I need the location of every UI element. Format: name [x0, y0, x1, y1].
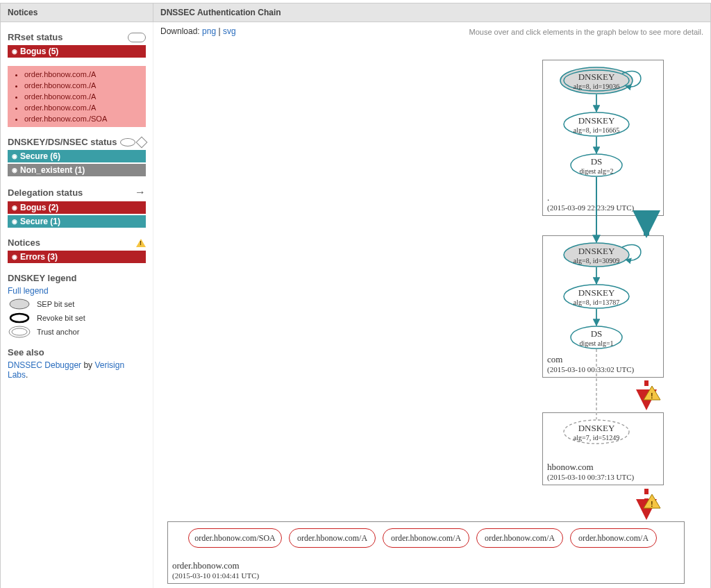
expand-icon: ◉ [12, 153, 17, 160]
full-legend-link[interactable]: Full legend [8, 286, 49, 296]
download-svg-link[interactable]: svg [223, 26, 236, 36]
seealso-title: See also [8, 347, 146, 358]
expand-icon: ◉ [12, 204, 17, 211]
sidebar: RRset status ◉ Bogus (5) order.hbonow.co… [1, 22, 153, 588]
rrset-item[interactable]: order.hbonow.com./A [24, 69, 139, 80]
rrset-shape-icon [128, 33, 146, 42]
dnskey-status-title: DNSKEY/DS/NSEC status [8, 137, 146, 147]
dnskey-nonexistent-bar[interactable]: ◉ Non_existent (1) [8, 164, 146, 176]
expand-icon: ◉ [12, 218, 17, 225]
seealso-line: DNSSEC Debugger by Verisign Labs. [8, 360, 146, 380]
graph-edges: ! ! [160, 39, 709, 587]
arrow-right-icon: → [135, 186, 146, 199]
page: Notices DNSSEC Authentication Chain RRse… [0, 3, 711, 588]
rrset-item[interactable]: order.hbonow.com./A [24, 91, 139, 102]
download-png-link[interactable]: png [202, 26, 216, 36]
diamond-icon [136, 136, 148, 148]
delegation-bogus-bar[interactable]: ◉ Bogus (2) [8, 201, 146, 214]
delegation-secure-bar[interactable]: ◉ Secure (1) [8, 215, 146, 228]
svg-point-0 [10, 299, 29, 309]
svg-text:!: ! [651, 500, 653, 508]
svg-text:!: ! [651, 392, 653, 400]
rrset-item[interactable]: order.hbonow.com./A [24, 80, 139, 91]
delegation-status-title: Delegation status → [8, 186, 146, 199]
svg-point-1 [10, 314, 28, 322]
legend-sep: SEP bit set [8, 299, 146, 310]
rrset-item[interactable]: order.hbonow.com./A [24, 102, 139, 113]
graph-hint: Mouse over and click elements in the gra… [160, 28, 703, 36]
expand-icon: ◉ [12, 167, 17, 174]
header-row: Notices DNSSEC Authentication Chain [1, 3, 710, 22]
main-panel: Download: png | svg Mouse over and click… [153, 22, 710, 588]
expand-icon: ◉ [12, 48, 17, 55]
expand-icon: ◉ [12, 253, 17, 260]
ellipse-icon [120, 138, 135, 146]
legend-title: DNSKEY legend [8, 273, 146, 283]
dnskey-secure-bar[interactable]: ◉ Secure (6) [8, 150, 146, 162]
rrset-item[interactable]: order.hbonow.com./SOA [24, 113, 139, 124]
graph[interactable]: . (2015-03-09 22:23:29 UTC) DNSKEY alg=8… [160, 39, 703, 587]
main-header: DNSSEC Authentication Chain [153, 3, 710, 22]
legend-revoke: Revoke bit set [8, 312, 146, 324]
rrset-bogus-bar[interactable]: ◉ Bogus (5) [8, 45, 146, 58]
dnssec-debugger-link[interactable]: DNSSEC Debugger [8, 360, 81, 370]
notices-title: Notices [8, 237, 146, 248]
notices-errors-bar[interactable]: ◉ Errors (3) [8, 251, 146, 263]
legend-trust: Trust anchor [8, 326, 146, 337]
svg-point-3 [12, 328, 27, 335]
rrset-status-title: RRset status [8, 32, 146, 42]
sidebar-header: Notices [1, 3, 153, 22]
warning-icon [136, 239, 146, 247]
rrset-bogus-items: order.hbonow.com./A order.hbonow.com./A … [8, 66, 146, 127]
